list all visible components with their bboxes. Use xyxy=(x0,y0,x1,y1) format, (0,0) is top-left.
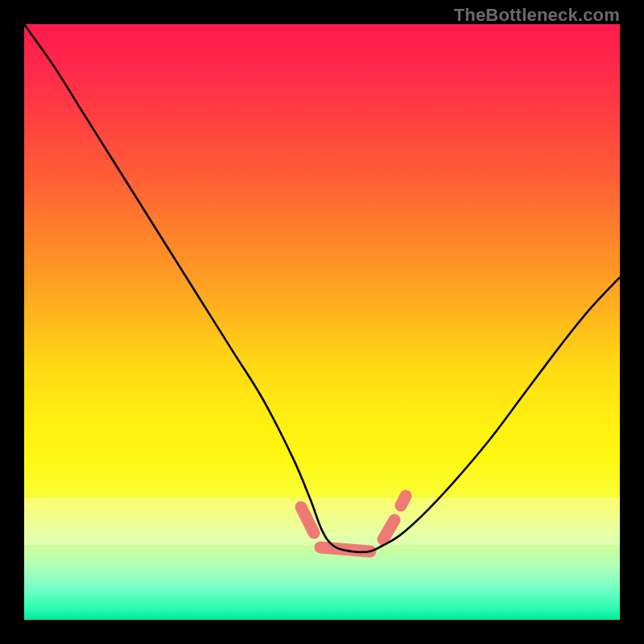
trough-marker xyxy=(301,496,406,551)
plot-area xyxy=(24,24,620,620)
chart-stage: TheBottleneck.com xyxy=(0,0,644,644)
watermark-text: TheBottleneck.com xyxy=(454,5,620,26)
bottleneck-curve xyxy=(24,24,620,552)
curve-layer xyxy=(24,24,620,620)
